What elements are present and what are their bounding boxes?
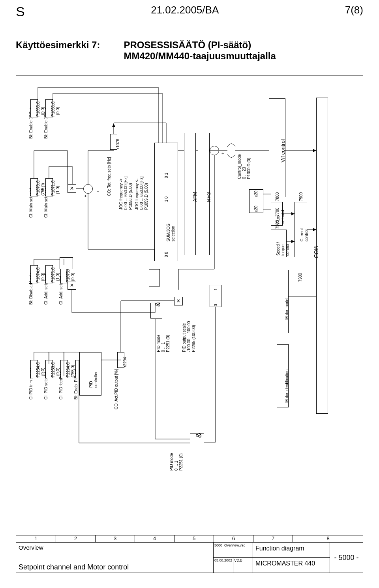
file-name: 5000_Overview.vsd (214, 543, 253, 548)
col-7: 7 (272, 535, 274, 541)
svg-marker-63 (291, 240, 295, 243)
titleblock: 1 2 3 4 5 6 7 8 Overview Setpoint channe… (16, 535, 363, 573)
ver-cell: V2.0 (233, 558, 253, 573)
diagram-frame: BI: Enable JOG -> P1055.C (0:0) BI: Enab… (16, 75, 363, 573)
svg-marker-61 (313, 228, 316, 231)
sheet-code: - 5000 - (330, 543, 363, 573)
doc-mark: S (16, 4, 25, 19)
col-6: 6 (232, 535, 235, 541)
title-main: PROSESSISÄÄTÖ (PI-säätö) (124, 40, 276, 51)
setpoint-label: Setpoint channel and Motor control (19, 563, 129, 571)
col-3: 3 (114, 535, 116, 541)
svg-marker-62 (291, 212, 295, 215)
col-5: 5 (193, 535, 195, 541)
example-label: Käyttöesimerkki 7: (16, 40, 100, 62)
date-cell: 05.08.2002 (214, 558, 233, 573)
col-1: 1 (34, 535, 37, 541)
wire-layer (16, 75, 364, 534)
svg-marker-60 (313, 149, 316, 152)
doc-date: 21.02.2005/BA (151, 4, 219, 19)
doc-page: 7(8) (345, 4, 363, 19)
svg-marker-59 (112, 124, 115, 127)
title-sub: MM420/MM440-taajuusmuuttajalla (124, 51, 276, 62)
mm-label: MICROMASTER 440 (253, 558, 330, 569)
col-2: 2 (74, 535, 77, 541)
overview-label: Overview (16, 543, 213, 552)
fd-label: Function diagram (253, 543, 330, 558)
col-4: 4 (153, 535, 156, 541)
col-8: 8 (326, 535, 329, 541)
